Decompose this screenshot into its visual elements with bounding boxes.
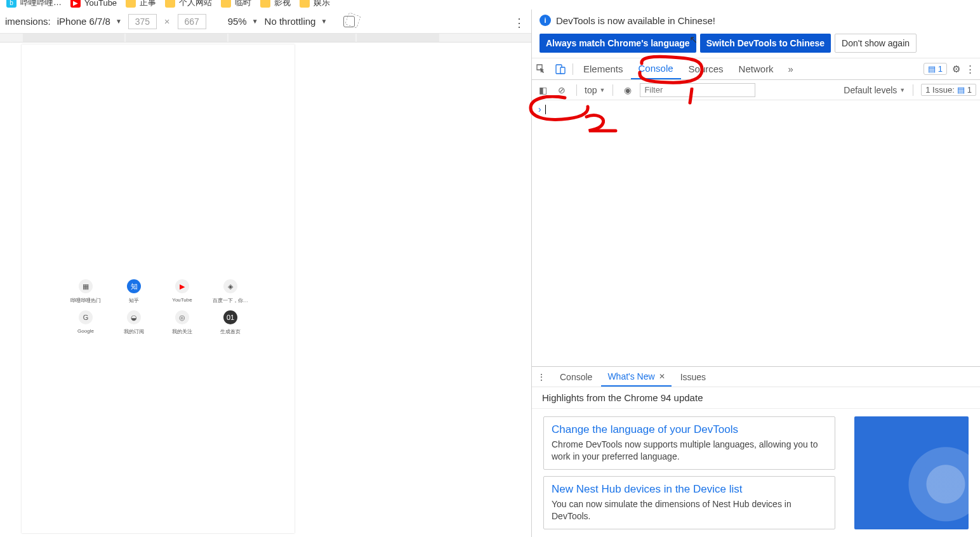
device-viewport: ▦哔哩哔哩热门 知知乎 ▶YouTube ◈百度一下，你… GGoogle ◒我…: [22, 44, 295, 533]
ruler: [0, 34, 531, 43]
shortcut-label: 生成首页: [220, 328, 241, 335]
console-sidebar-icon[interactable]: ◧: [536, 85, 550, 95]
close-icon[interactable]: ✕: [659, 372, 665, 381]
zoom-select[interactable]: 95%: [228, 16, 258, 27]
tab-console[interactable]: Console: [631, 58, 681, 79]
height-input[interactable]: [178, 14, 206, 29]
shortcut-item[interactable]: ◒我的订阅: [116, 310, 152, 335]
console-body[interactable]: ›: [532, 100, 980, 366]
drawer-tab-console[interactable]: Console: [553, 367, 599, 387]
filter-input[interactable]: [640, 83, 755, 97]
issue-label: 1 Issue:: [925, 85, 955, 95]
language-banner: i DevTools is now available in Chinese! …: [532, 10, 980, 58]
more-tabs-icon[interactable]: »: [781, 58, 800, 79]
bookmark-folder[interactable]: 个人网站: [165, 0, 212, 8]
drawer: ⋮ Console What's New✕ Issues Highlights …: [532, 366, 980, 537]
card-title: Change the language of your DevTools: [552, 423, 827, 436]
drawer-menu-icon[interactable]: ⋮: [537, 372, 546, 382]
drawer-tab-issues[interactable]: Issues: [674, 367, 712, 387]
bookmark-label: YouTube: [84, 0, 117, 8]
dim-x: ×: [164, 16, 170, 27]
shortcut-label: 知乎: [129, 297, 139, 304]
issues-button[interactable]: 1 Issue: 1: [921, 84, 976, 96]
shortcut-icon: ▦: [79, 279, 93, 293]
info-icon: i: [540, 15, 551, 26]
inspect-element-icon[interactable]: [532, 58, 551, 79]
live-expression-icon[interactable]: ◉: [621, 85, 635, 95]
bookmark-item[interactable]: ▶YouTube: [70, 0, 117, 8]
card-title: New Nest Hub devices in the Device list: [552, 483, 827, 496]
bookmark-item[interactable]: b哔哩哔哩…: [6, 0, 62, 8]
bookmark-label: 正事: [140, 0, 156, 8]
shortcut-item[interactable]: ◎我的关注: [164, 310, 201, 335]
throttling-select[interactable]: No throttling: [265, 16, 328, 27]
bookmark-folder[interactable]: 正事: [126, 0, 156, 8]
shortcut-label: 百度一下，你…: [213, 297, 248, 304]
bookmark-folder[interactable]: 影视: [260, 0, 291, 8]
youtube-icon: ▶: [70, 0, 81, 8]
divider: [576, 84, 577, 96]
folder-icon: [165, 0, 175, 8]
context-select[interactable]: top: [585, 85, 605, 95]
folder-icon: [300, 0, 310, 8]
shortcut-item[interactable]: ▶YouTube: [164, 279, 201, 304]
drawer-header: Highlights from the Chrome 94 update: [532, 387, 980, 409]
rotate-icon[interactable]: [343, 16, 355, 27]
shortcut-icon: G: [79, 310, 93, 324]
messages-badge[interactable]: 1: [924, 63, 947, 75]
console-prompt[interactable]: ›: [538, 104, 546, 114]
svg-rect-1: [560, 67, 565, 74]
device-select[interactable]: iPhone 6/7/8: [57, 16, 122, 27]
shortcut-label: 我的关注: [172, 328, 192, 335]
shortcut-label: 哔哩哔哩热门: [70, 297, 101, 304]
switch-devtools-button[interactable]: Switch DevTools to Chinese: [700, 34, 831, 53]
shortcut-item[interactable]: ◈百度一下，你…: [212, 279, 249, 304]
highlights: Change the language of your DevTools Chr…: [532, 409, 980, 537]
levels-select[interactable]: Default levels: [844, 85, 905, 95]
shortcut-item[interactable]: ▦哔哩哔哩热门: [67, 279, 104, 304]
drawer-tabs: ⋮ Console What's New✕ Issues: [532, 367, 980, 387]
caret: [545, 105, 546, 114]
divider: [573, 63, 573, 75]
tab-sources[interactable]: Sources: [681, 58, 731, 79]
shortcut-item[interactable]: 知知乎: [116, 279, 152, 304]
device-preview-pane: imensions: iPhone 6/7/8 × 95% No throttl…: [0, 10, 532, 537]
always-match-button[interactable]: Always match Chrome's language: [540, 34, 696, 53]
bookmark-label: 娱乐: [314, 0, 330, 8]
shortcut-label: 我的订阅: [124, 328, 144, 335]
drawer-tab-whatsnew[interactable]: What's New✕: [601, 367, 671, 387]
shortcut-label: Google: [77, 328, 94, 334]
devtools-tabs: Elements Console Sources Network » 1 ⚙ ⋮: [532, 58, 980, 80]
device-toolbar: imensions: iPhone 6/7/8 × 95% No throttl…: [0, 10, 531, 34]
folder-icon: [126, 0, 136, 8]
dont-show-button[interactable]: Don't show again: [835, 34, 917, 53]
shortcut-icon: ◈: [223, 279, 237, 293]
annotation-mark-2: [583, 112, 621, 137]
dimensions-label: imensions:: [5, 16, 51, 27]
bookmark-label: 哔哩哔哩…: [20, 0, 62, 8]
issue-count: 1: [967, 85, 972, 95]
highlight-card[interactable]: Change the language of your DevTools Chr…: [543, 416, 835, 470]
banner-text: DevTools is now available in Chinese!: [556, 15, 715, 26]
devtools-pane: i DevTools is now available in Chinese! …: [532, 10, 980, 537]
bookmark-folder[interactable]: 临时: [221, 0, 251, 8]
toggle-device-icon[interactable]: [551, 58, 570, 79]
bookmark-folder[interactable]: 娱乐: [300, 0, 330, 8]
console-filter-bar: ◧ ⊘ top ◉ Default levels 1 Issue: 1: [532, 80, 980, 100]
shortcut-item[interactable]: GGoogle: [67, 310, 104, 335]
tab-network[interactable]: Network: [731, 58, 781, 79]
clear-console-icon[interactable]: ⊘: [555, 85, 569, 95]
width-input[interactable]: [128, 14, 157, 29]
kebab-menu-icon[interactable]: ⋮: [965, 63, 975, 75]
message-icon: [928, 64, 936, 74]
more-options-icon[interactable]: ⋮: [513, 16, 525, 30]
bookmark-label: 影视: [274, 0, 291, 8]
bookmarks-bar: b哔哩哔哩… ▶YouTube 正事 个人网站 临时 影视 娱乐: [0, 0, 980, 9]
tab-elements[interactable]: Elements: [576, 58, 631, 79]
highlight-card[interactable]: New Nest Hub devices in the Device list …: [543, 476, 835, 529]
shortcut-icon: 知: [127, 279, 141, 293]
shortcut-item[interactable]: 01生成首页: [212, 310, 249, 335]
settings-icon[interactable]: ⚙: [952, 63, 960, 75]
highlight-image: [854, 416, 969, 529]
divider: [913, 84, 913, 96]
